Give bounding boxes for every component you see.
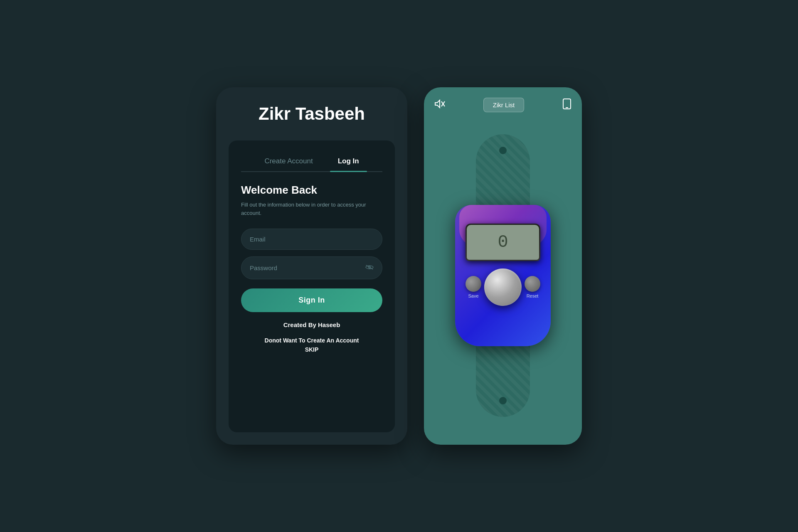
reset-label: Reset [527, 293, 539, 298]
device-buttons-row: Save Reset [466, 268, 540, 306]
skip-line2: SKIP [305, 346, 319, 353]
email-input[interactable] [250, 236, 374, 243]
save-label: Save [468, 293, 478, 298]
tab-log-in[interactable]: Log In [325, 153, 372, 171]
right-phone-screen: Zikr List 0 Save [424, 87, 582, 445]
counter-device: 0 Save Reset [455, 205, 551, 346]
app-title: Zikr Tasbeeh [259, 104, 365, 124]
count-display: 0 [498, 232, 508, 252]
tab-bar: Create Account Log In [241, 153, 382, 172]
sign-in-button[interactable]: Sign In [241, 288, 382, 312]
reset-button-group: Reset [525, 276, 540, 298]
created-by-label: Created By Haseeb [241, 321, 382, 328]
zikr-list-button[interactable]: Zikr List [483, 98, 525, 112]
mute-icon[interactable] [434, 99, 445, 111]
reset-small-btn[interactable] [525, 276, 540, 292]
welcome-title: Welcome Back [241, 184, 382, 197]
strap-hole-top [499, 147, 507, 154]
skip-link[interactable]: Donot Want To Create An Account SKIP [241, 336, 382, 355]
device-screen: 0 [466, 224, 540, 261]
count-main-button[interactable] [484, 268, 522, 306]
phone-icon [562, 99, 571, 112]
save-button-group: Save [466, 276, 481, 298]
password-input[interactable] [250, 264, 355, 271]
password-field-wrapper [241, 256, 382, 279]
tab-create-account[interactable]: Create Account [252, 153, 325, 171]
toggle-password-icon[interactable] [365, 264, 374, 272]
save-small-btn[interactable] [466, 276, 481, 292]
email-field-wrapper [241, 229, 382, 250]
strap-hole-bottom [499, 397, 507, 404]
tasbeeh-container: 0 Save Reset [424, 118, 582, 445]
right-header: Zikr List [424, 87, 582, 118]
left-phone-screen: Zikr Tasbeeh Create Account Log In Welco… [216, 87, 407, 445]
skip-line1: Donot Want To Create An Account [265, 337, 359, 344]
welcome-subtitle: Fill out the information below in order … [241, 201, 382, 217]
device-display: 0 [467, 225, 539, 260]
login-card: Create Account Log In Welcome Back Fill … [229, 140, 395, 432]
